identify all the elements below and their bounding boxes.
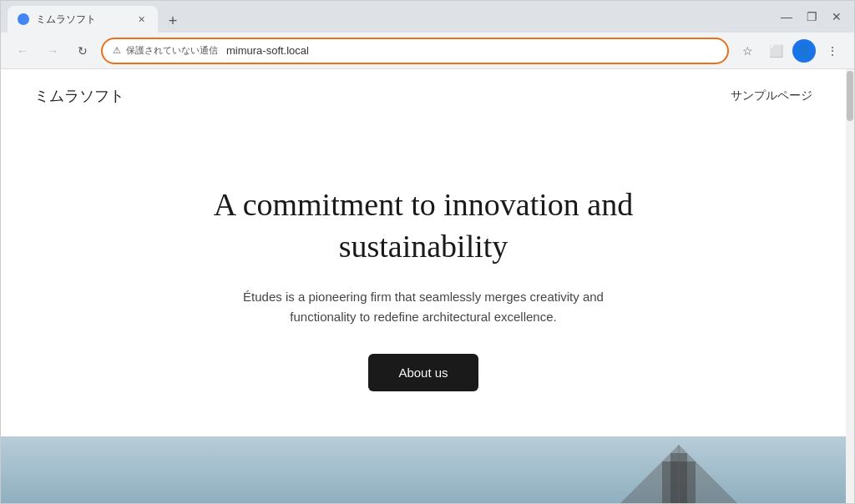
page-content: ミムラソフト サンプルページ A commitment to innovatio… <box>1 69 846 503</box>
site-nav: ミムラソフト サンプルページ <box>1 69 846 123</box>
minimize-button[interactable]: — <box>776 6 797 28</box>
tab-close-button[interactable]: ✕ <box>134 13 148 26</box>
security-icon: ⚠ <box>113 45 121 56</box>
menu-icon[interactable]: ⋮ <box>821 39 844 63</box>
window-controls: — ❐ ✕ <box>776 6 847 28</box>
hero-title: A commitment to innovation and sustainab… <box>173 184 674 267</box>
tab-title: ミムラソフト <box>36 13 128 27</box>
tab-strip: ミムラソフト ✕ + <box>8 1 185 33</box>
site-nav-link[interactable]: サンプルページ <box>731 88 812 103</box>
address-bar-wrapper: ⚠ 保護されていない通信 mimura-soft.local <box>101 38 729 64</box>
browser-window: ミムラソフト ✕ + — ❐ ✕ ← → ↻ ⚠ 保護されていない通信 mimu… <box>0 0 855 504</box>
content-area: ミムラソフト サンプルページ A commitment to innovatio… <box>1 69 854 503</box>
hero-subtitle: Études is a pioneering firm that seamles… <box>215 287 632 327</box>
back-button[interactable]: ← <box>11 39 34 63</box>
address-bar[interactable]: ⚠ 保護されていない通信 mimura-soft.local <box>101 38 729 64</box>
bottom-image-strip <box>1 436 846 503</box>
profile-icon[interactable]: 👤 <box>792 39 816 63</box>
building-image <box>595 445 762 503</box>
title-bar: ミムラソフト ✕ + — ❐ ✕ <box>1 1 854 33</box>
forward-button[interactable]: → <box>41 39 64 63</box>
close-button[interactable]: ✕ <box>826 6 847 28</box>
security-text: 保護されていない通信 <box>126 44 218 57</box>
url-display: mimura-soft.local <box>226 44 309 57</box>
toolbar-right: ☆ ⬜ 👤 ⋮ <box>736 39 844 63</box>
tab-favicon <box>18 13 29 25</box>
site-logo: ミムラソフト <box>34 86 124 106</box>
about-us-button[interactable]: About us <box>368 354 478 391</box>
bookmark-icon[interactable]: ☆ <box>736 39 759 63</box>
new-tab-button[interactable]: + <box>161 9 185 33</box>
reload-button[interactable]: ↻ <box>71 39 94 63</box>
maximize-button[interactable]: ❐ <box>801 6 822 28</box>
extensions-icon[interactable]: ⬜ <box>764 39 787 63</box>
active-tab[interactable]: ミムラソフト ✕ <box>8 6 158 33</box>
scrollbar[interactable] <box>846 69 854 503</box>
toolbar: ← → ↻ ⚠ 保護されていない通信 mimura-soft.local ☆ ⬜… <box>1 33 854 69</box>
hero-section: A commitment to innovation and sustainab… <box>1 123 846 436</box>
scrollbar-thumb[interactable] <box>847 71 853 121</box>
